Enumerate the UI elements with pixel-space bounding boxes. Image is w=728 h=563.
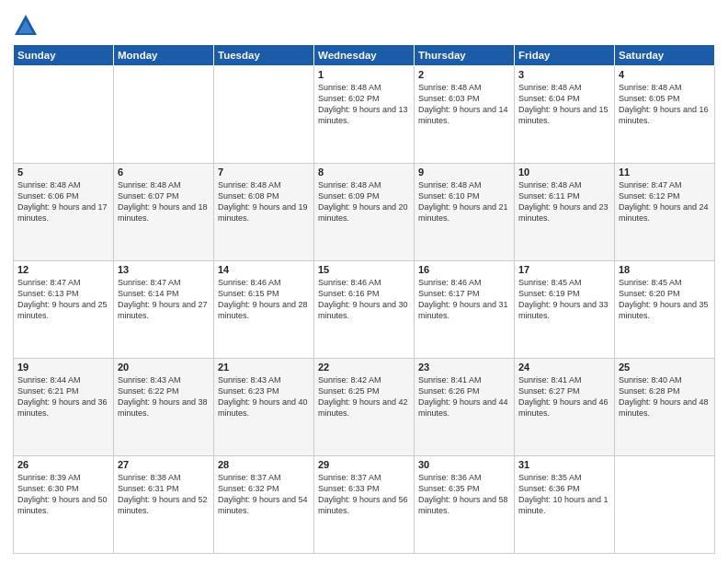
cell-info: Sunrise: 8:46 AMSunset: 6:17 PMDaylight:… xyxy=(418,277,510,322)
calendar-week-row: 19Sunrise: 8:44 AMSunset: 6:21 PMDayligh… xyxy=(14,359,715,456)
logo xyxy=(13,13,42,39)
weekday-header-wednesday: Wednesday xyxy=(314,45,415,66)
calendar-cell: 14Sunrise: 8:46 AMSunset: 6:15 PMDayligh… xyxy=(214,261,314,359)
calendar-cell xyxy=(114,66,214,164)
calendar-cell xyxy=(214,66,314,164)
day-number: 26 xyxy=(17,459,109,470)
cell-info: Sunrise: 8:47 AMSunset: 6:14 PMDaylight:… xyxy=(118,277,210,322)
calendar-week-row: 26Sunrise: 8:39 AMSunset: 6:30 PMDayligh… xyxy=(14,456,715,554)
calendar-cell: 10Sunrise: 8:48 AMSunset: 6:11 PMDayligh… xyxy=(515,164,615,261)
calendar-cell: 21Sunrise: 8:43 AMSunset: 6:23 PMDayligh… xyxy=(214,359,314,456)
cell-info: Sunrise: 8:35 AMSunset: 6:36 PMDaylight:… xyxy=(518,472,610,517)
calendar-cell: 5Sunrise: 8:48 AMSunset: 6:06 PMDaylight… xyxy=(14,164,114,261)
cell-info: Sunrise: 8:48 AMSunset: 6:02 PMDaylight:… xyxy=(318,82,410,127)
cell-info: Sunrise: 8:43 AMSunset: 6:22 PMDaylight:… xyxy=(118,374,210,419)
day-number: 17 xyxy=(518,264,610,275)
day-number: 25 xyxy=(619,362,711,373)
calendar-cell: 18Sunrise: 8:45 AMSunset: 6:20 PMDayligh… xyxy=(615,261,715,359)
day-number: 19 xyxy=(17,362,109,373)
cell-info: Sunrise: 8:48 AMSunset: 6:05 PMDaylight:… xyxy=(619,82,711,127)
cell-info: Sunrise: 8:46 AMSunset: 6:16 PMDaylight:… xyxy=(318,277,410,322)
weekday-header-sunday: Sunday xyxy=(14,45,114,66)
day-number: 13 xyxy=(118,264,210,275)
cell-info: Sunrise: 8:48 AMSunset: 6:08 PMDaylight:… xyxy=(218,179,310,224)
calendar-week-row: 5Sunrise: 8:48 AMSunset: 6:06 PMDaylight… xyxy=(14,164,715,261)
calendar-cell: 29Sunrise: 8:37 AMSunset: 6:33 PMDayligh… xyxy=(314,456,415,554)
calendar-cell xyxy=(14,66,114,164)
calendar-week-row: 1Sunrise: 8:48 AMSunset: 6:02 PMDaylight… xyxy=(14,66,715,164)
calendar-cell: 22Sunrise: 8:42 AMSunset: 6:25 PMDayligh… xyxy=(314,359,415,456)
calendar-cell: 17Sunrise: 8:45 AMSunset: 6:19 PMDayligh… xyxy=(515,261,615,359)
day-number: 23 xyxy=(418,362,510,373)
weekday-header-tuesday: Tuesday xyxy=(214,45,314,66)
day-number: 5 xyxy=(17,167,109,178)
cell-info: Sunrise: 8:47 AMSunset: 6:13 PMDaylight:… xyxy=(17,277,109,322)
calendar-cell: 24Sunrise: 8:41 AMSunset: 6:27 PMDayligh… xyxy=(515,359,615,456)
calendar-cell: 1Sunrise: 8:48 AMSunset: 6:02 PMDaylight… xyxy=(314,66,415,164)
calendar-cell xyxy=(615,456,715,554)
cell-info: Sunrise: 8:41 AMSunset: 6:27 PMDaylight:… xyxy=(518,374,610,419)
calendar-cell: 23Sunrise: 8:41 AMSunset: 6:26 PMDayligh… xyxy=(415,359,515,456)
day-number: 30 xyxy=(418,459,510,470)
cell-info: Sunrise: 8:42 AMSunset: 6:25 PMDaylight:… xyxy=(318,374,410,419)
calendar-cell: 9Sunrise: 8:48 AMSunset: 6:10 PMDaylight… xyxy=(415,164,515,261)
cell-info: Sunrise: 8:48 AMSunset: 6:03 PMDaylight:… xyxy=(418,82,510,127)
cell-info: Sunrise: 8:48 AMSunset: 6:07 PMDaylight:… xyxy=(118,179,210,224)
cell-info: Sunrise: 8:45 AMSunset: 6:20 PMDaylight:… xyxy=(619,277,711,322)
calendar-cell: 6Sunrise: 8:48 AMSunset: 6:07 PMDaylight… xyxy=(114,164,214,261)
header xyxy=(13,9,715,39)
logo-icon xyxy=(13,13,39,39)
calendar-cell: 3Sunrise: 8:48 AMSunset: 6:04 PMDaylight… xyxy=(515,66,615,164)
day-number: 11 xyxy=(619,167,711,178)
cell-info: Sunrise: 8:37 AMSunset: 6:33 PMDaylight:… xyxy=(318,472,410,517)
cell-info: Sunrise: 8:48 AMSunset: 6:06 PMDaylight:… xyxy=(17,179,109,224)
calendar-cell: 2Sunrise: 8:48 AMSunset: 6:03 PMDaylight… xyxy=(415,66,515,164)
day-number: 6 xyxy=(118,167,210,178)
calendar-cell: 7Sunrise: 8:48 AMSunset: 6:08 PMDaylight… xyxy=(214,164,314,261)
cell-info: Sunrise: 8:46 AMSunset: 6:15 PMDaylight:… xyxy=(218,277,310,322)
weekday-header-row: SundayMondayTuesdayWednesdayThursdayFrid… xyxy=(14,45,715,66)
cell-info: Sunrise: 8:43 AMSunset: 6:23 PMDaylight:… xyxy=(218,374,310,419)
calendar-cell: 28Sunrise: 8:37 AMSunset: 6:32 PMDayligh… xyxy=(214,456,314,554)
cell-info: Sunrise: 8:45 AMSunset: 6:19 PMDaylight:… xyxy=(518,277,610,322)
cell-info: Sunrise: 8:39 AMSunset: 6:30 PMDaylight:… xyxy=(17,472,109,517)
calendar-cell: 27Sunrise: 8:38 AMSunset: 6:31 PMDayligh… xyxy=(114,456,214,554)
day-number: 12 xyxy=(17,264,109,275)
day-number: 4 xyxy=(619,69,711,80)
calendar-cell: 16Sunrise: 8:46 AMSunset: 6:17 PMDayligh… xyxy=(415,261,515,359)
cell-info: Sunrise: 8:48 AMSunset: 6:04 PMDaylight:… xyxy=(518,82,610,127)
day-number: 9 xyxy=(418,167,510,178)
day-number: 22 xyxy=(318,362,410,373)
day-number: 1 xyxy=(318,69,410,80)
cell-info: Sunrise: 8:48 AMSunset: 6:11 PMDaylight:… xyxy=(518,179,610,224)
calendar-cell: 11Sunrise: 8:47 AMSunset: 6:12 PMDayligh… xyxy=(615,164,715,261)
calendar-cell: 19Sunrise: 8:44 AMSunset: 6:21 PMDayligh… xyxy=(14,359,114,456)
day-number: 14 xyxy=(218,264,310,275)
calendar-cell: 15Sunrise: 8:46 AMSunset: 6:16 PMDayligh… xyxy=(314,261,415,359)
weekday-header-monday: Monday xyxy=(114,45,214,66)
day-number: 7 xyxy=(218,167,310,178)
calendar-cell: 25Sunrise: 8:40 AMSunset: 6:28 PMDayligh… xyxy=(615,359,715,456)
page: SundayMondayTuesdayWednesdayThursdayFrid… xyxy=(0,0,728,563)
cell-info: Sunrise: 8:47 AMSunset: 6:12 PMDaylight:… xyxy=(619,179,711,224)
cell-info: Sunrise: 8:48 AMSunset: 6:10 PMDaylight:… xyxy=(418,179,510,224)
cell-info: Sunrise: 8:36 AMSunset: 6:35 PMDaylight:… xyxy=(418,472,510,517)
calendar-cell: 26Sunrise: 8:39 AMSunset: 6:30 PMDayligh… xyxy=(14,456,114,554)
day-number: 24 xyxy=(518,362,610,373)
calendar-cell: 8Sunrise: 8:48 AMSunset: 6:09 PMDaylight… xyxy=(314,164,415,261)
weekday-header-friday: Friday xyxy=(515,45,615,66)
day-number: 20 xyxy=(118,362,210,373)
weekday-header-saturday: Saturday xyxy=(615,45,715,66)
day-number: 29 xyxy=(318,459,410,470)
cell-info: Sunrise: 8:41 AMSunset: 6:26 PMDaylight:… xyxy=(418,374,510,419)
cell-info: Sunrise: 8:40 AMSunset: 6:28 PMDaylight:… xyxy=(619,374,711,419)
day-number: 16 xyxy=(418,264,510,275)
cell-info: Sunrise: 8:38 AMSunset: 6:31 PMDaylight:… xyxy=(118,472,210,517)
calendar-cell: 4Sunrise: 8:48 AMSunset: 6:05 PMDaylight… xyxy=(615,66,715,164)
cell-info: Sunrise: 8:48 AMSunset: 6:09 PMDaylight:… xyxy=(318,179,410,224)
calendar-cell: 12Sunrise: 8:47 AMSunset: 6:13 PMDayligh… xyxy=(14,261,114,359)
calendar-cell: 20Sunrise: 8:43 AMSunset: 6:22 PMDayligh… xyxy=(114,359,214,456)
day-number: 3 xyxy=(518,69,610,80)
calendar-cell: 13Sunrise: 8:47 AMSunset: 6:14 PMDayligh… xyxy=(114,261,214,359)
calendar-week-row: 12Sunrise: 8:47 AMSunset: 6:13 PMDayligh… xyxy=(14,261,715,359)
